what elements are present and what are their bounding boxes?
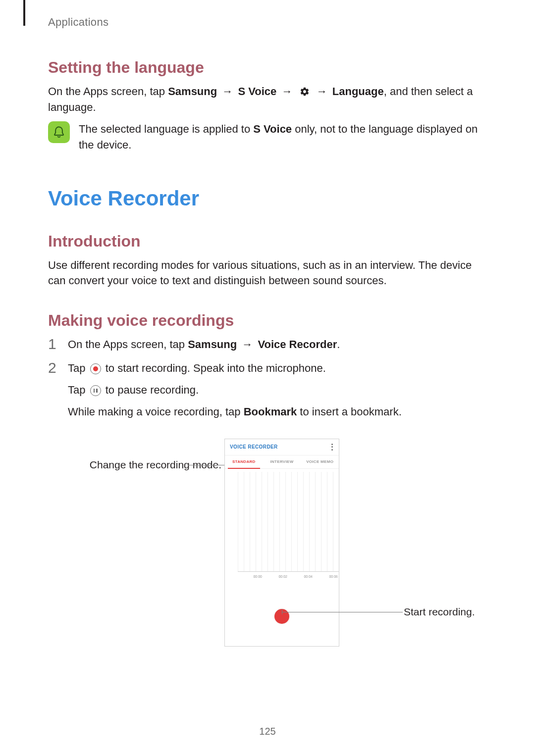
text: On the Apps screen, tap xyxy=(68,338,188,351)
bold-svoice: S Voice xyxy=(253,123,292,135)
heading-voice-recorder: Voice Recorder xyxy=(48,187,487,210)
callout-line xyxy=(282,612,403,612)
text: to pause recording. xyxy=(103,384,199,396)
voice-recorder-figure: Change the recording mode. VOICE RECORDE… xyxy=(48,439,487,661)
arrow-icon: → xyxy=(242,337,253,353)
page-edge-marker xyxy=(23,0,25,26)
tab-interview[interactable]: INTERVIEW xyxy=(263,455,301,468)
heading-introduction: Introduction xyxy=(48,232,487,251)
text: to insert a bookmark. xyxy=(297,405,402,418)
time-label: 00:02 xyxy=(263,575,288,582)
tab-standard[interactable]: STANDARD xyxy=(225,455,263,468)
callout-tick xyxy=(282,609,282,614)
arrow-icon: → xyxy=(222,84,233,100)
text: The selected language is applied to xyxy=(79,123,253,135)
recording-mode-tabs: STANDARD INTERVIEW VOICE MEMO xyxy=(225,455,339,469)
step-2-body: Tap to start recording. Speak into the m… xyxy=(68,360,487,426)
breadcrumb: Applications xyxy=(48,16,487,29)
arrow-icon: → xyxy=(317,84,327,100)
text: Tap xyxy=(68,384,89,396)
phone-titlebar: VOICE RECORDER xyxy=(225,439,339,455)
step-2-line-3: While making a voice recording, tap Book… xyxy=(68,404,487,420)
step-number: 1 xyxy=(48,337,61,353)
setting-language-instruction: On the Apps screen, tap Samsung → S Voic… xyxy=(48,84,487,115)
time-label: 00:00 xyxy=(238,575,263,582)
introduction-body: Use different recording modes for variou… xyxy=(48,257,487,289)
step-number: 2 xyxy=(48,360,61,426)
page-number: 125 xyxy=(0,726,535,737)
bold-svoice: S Voice xyxy=(238,85,276,98)
heading-setting-language: Setting the language xyxy=(48,58,487,77)
step-2-line-1: Tap to start recording. Speak into the m… xyxy=(68,360,487,376)
bold-samsung: Samsung xyxy=(188,338,237,351)
step-2: 2 Tap to start recording. Speak into the… xyxy=(48,360,487,426)
bold-voice-recorder: Voice Recorder xyxy=(258,338,337,351)
waveform-baseline xyxy=(238,571,339,572)
step-1-body: On the Apps screen, tap Samsung → Voice … xyxy=(68,337,487,353)
phone-screenshot: VOICE RECORDER STANDARD INTERVIEW VOICE … xyxy=(224,439,339,647)
text: While making a voice recording, tap xyxy=(68,405,244,418)
pause-icon xyxy=(90,385,101,396)
bold-samsung: Samsung xyxy=(168,85,217,98)
note-text: The selected language is applied to S Vo… xyxy=(79,121,487,153)
bold-language: Language xyxy=(332,85,384,98)
step-1: 1 On the Apps screen, tap Samsung → Voic… xyxy=(48,337,487,353)
text: On the Apps screen, tap xyxy=(48,85,168,98)
text: to start recording. Speak into the micro… xyxy=(103,362,326,374)
phone-app-title: VOICE RECORDER xyxy=(230,444,278,450)
step-2-line-2: Tap to pause recording. xyxy=(68,382,487,398)
more-options-icon[interactable] xyxy=(330,443,334,452)
text: . xyxy=(337,338,340,351)
time-label: 00:06 xyxy=(314,575,339,582)
callout-text: Start recording. xyxy=(404,606,475,617)
record-icon xyxy=(90,363,101,374)
arrow-icon: → xyxy=(281,84,292,100)
bold-bookmark: Bookmark xyxy=(244,405,297,418)
note-block: The selected language is applied to S Vo… xyxy=(48,121,487,153)
callout-start-recording: Start recording. xyxy=(339,606,533,618)
waveform-area: 00:00 00:02 00:04 00:06 xyxy=(225,469,339,587)
gear-icon xyxy=(300,87,310,97)
page-content: Applications Setting the language On the… xyxy=(48,0,487,661)
heading-making-recordings: Making voice recordings xyxy=(48,311,487,330)
note-bell-icon xyxy=(48,121,70,143)
record-controls xyxy=(225,587,339,646)
callout-change-mode: Change the recording mode. xyxy=(73,459,221,471)
time-label: 00:04 xyxy=(288,575,314,582)
time-axis: 00:00 00:02 00:04 00:06 xyxy=(238,575,339,582)
text: Tap xyxy=(68,362,89,374)
tab-voice-memo[interactable]: VOICE MEMO xyxy=(301,455,339,468)
